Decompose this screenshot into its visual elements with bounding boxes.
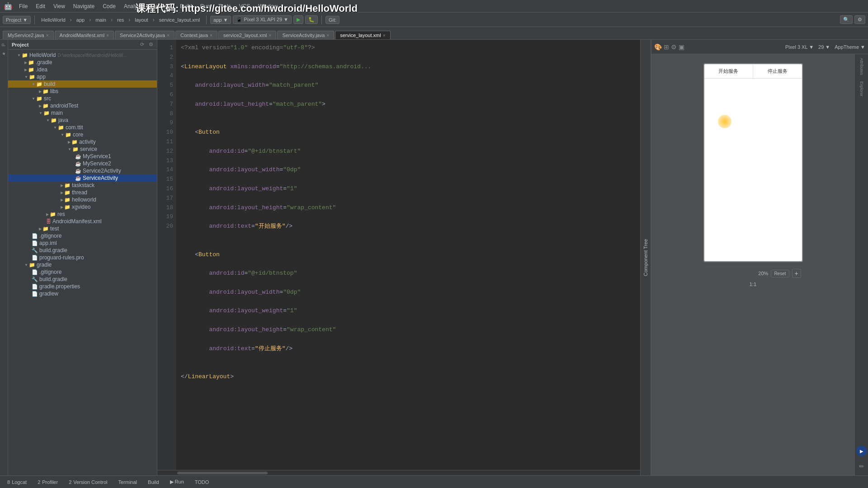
logcat-tab[interactable]: 8 Logcat	[3, 479, 31, 486]
attributes-panel-btn[interactable]: Attributes	[859, 56, 865, 77]
tree-buildgradle[interactable]: 🔧 build.gradle	[8, 247, 157, 254]
tree-gitignore[interactable]: 📄 .gitignore	[8, 232, 157, 239]
breadcrumb-app[interactable]: app	[74, 16, 87, 23]
file-tab-service2activity[interactable]: Service2Activity.java×	[115, 31, 175, 39]
stop-service-button[interactable]: 停止服务	[753, 64, 802, 78]
menu-item-refactor[interactable]: Refactor	[148, 2, 175, 10]
file-tab-servicelayout[interactable]: service_layout.xml×	[335, 31, 390, 39]
tree-gradlew[interactable]: 📄 gradlew	[8, 290, 157, 297]
file-tab-context[interactable]: Context.java×	[175, 31, 217, 39]
tree-idea[interactable]: ▶ 📁 .idea	[8, 66, 157, 73]
search-btn[interactable]: 🔍	[840, 15, 853, 24]
settings-icon[interactable]: ⚙	[149, 42, 153, 47]
sync-icon[interactable]: ⟳	[140, 42, 144, 47]
toolbar-sep-1	[34, 15, 35, 24]
tree-thread[interactable]: ▶ 📁 thread	[8, 189, 157, 196]
menu-item-build[interactable]: Build	[176, 2, 196, 10]
device-selector[interactable]: 📱 Pixel 3 XL API 29 ▼	[233, 15, 292, 24]
tree-res[interactable]: ▶ 📁 res	[8, 211, 157, 218]
tree-serviceactivity[interactable]: ☕ ServiceActivity	[8, 174, 157, 182]
edit-icon[interactable]: ✏	[859, 463, 864, 470]
tree-test[interactable]: ▶ 📁 test	[8, 225, 157, 232]
component-icon[interactable]: ⊞	[664, 43, 669, 51]
menu-item-tools[interactable]: Tools	[215, 2, 235, 10]
tree-proguard[interactable]: 📄 proguard-rules.pro	[8, 254, 157, 261]
menu-item-run[interactable]: Run	[197, 2, 214, 10]
menu-item-window[interactable]: Window	[255, 2, 281, 10]
project-icon[interactable]: P	[1, 43, 6, 47]
tree-xgvideo[interactable]: ▶ 📁 xgvideo	[8, 203, 157, 211]
settings-btn[interactable]: ⚙	[854, 15, 865, 24]
tree-gradle-hidden[interactable]: ▶ 📁 .gradle	[8, 59, 157, 66]
breadcrumb-layout[interactable]: layout	[132, 16, 151, 23]
terminal-tab[interactable]: Terminal	[113, 479, 142, 486]
tree-build[interactable]: ▼ 📁 build	[8, 80, 157, 88]
menu-item-edit[interactable]: Edit	[32, 2, 49, 10]
version-control-tab[interactable]: 2 Version Control	[64, 479, 112, 486]
breadcrumb-helloworld[interactable]: HelloWorld	[38, 16, 68, 23]
debug-button[interactable]: 🐛	[305, 15, 318, 24]
todo-tab[interactable]: TODO	[190, 479, 214, 486]
component-tree-panel: Component Tree	[640, 40, 651, 475]
tree-app[interactable]: ▼ 📁 app	[8, 73, 157, 80]
tree-androidmanifest[interactable]: 🗄 AndroidManifest.xml	[8, 218, 157, 225]
run-tab[interactable]: ▶ Run	[165, 478, 189, 486]
tree-gradle-root[interactable]: ▼ 📁 gradle	[8, 261, 157, 268]
menu-item-code[interactable]: Code	[99, 2, 119, 10]
palette-icon[interactable]: 🎨	[654, 43, 662, 51]
tree-helloworld[interactable]: ▶ 📁 helloworld	[8, 196, 157, 203]
file-tab-serviceactivity[interactable]: ServiceActivity.java×	[277, 31, 334, 39]
scrollbar-thumb[interactable]	[177, 472, 268, 474]
start-service-button[interactable]: 开始服务	[704, 64, 754, 78]
git-icon[interactable]: Git:	[326, 16, 340, 24]
menu-item-navigate[interactable]: Navigate	[70, 2, 98, 10]
run-button[interactable]: ▶	[293, 15, 303, 24]
favorites-icon[interactable]: ★	[2, 51, 6, 56]
build-tab[interactable]: Build	[143, 479, 163, 486]
zoom-reset-button[interactable]: Reset	[771, 270, 789, 277]
file-tab-service2layout[interactable]: service2_layout.xml×	[218, 31, 276, 39]
code-content[interactable]: <?xml version="1.0" encoding="utf-8"?> <…	[175, 40, 640, 470]
menu-item-analyze[interactable]: Analyze	[120, 2, 147, 10]
zoom-plus-button[interactable]: +	[792, 269, 801, 278]
tree-service[interactable]: ▼ 📁 service	[8, 145, 157, 153]
tree-libs[interactable]: ▶ 📁 libs	[8, 88, 157, 95]
layout-icon[interactable]: ▣	[679, 43, 684, 51]
explorer-panel-btn[interactable]: Explorer	[859, 80, 865, 99]
tree-src[interactable]: ▼ 📁 src	[8, 95, 157, 102]
app-run-config[interactable]: app ▼	[210, 16, 231, 24]
tree-androidtest[interactable]: ▶ 📁 androidTest	[8, 102, 157, 109]
tree-root-gitignore[interactable]: 📄 .gitignore	[8, 268, 157, 276]
tree-root[interactable]: ▼ 📁 HelloWorld D:\workspace\ftit\android…	[8, 52, 157, 59]
menu-item-vcs[interactable]: VCS	[236, 2, 254, 10]
play-button[interactable]: ▶	[856, 446, 867, 456]
tree-taskstack[interactable]: ▶ 📁 taskstack	[8, 182, 157, 189]
menu-item-view[interactable]: View	[50, 2, 69, 10]
tree-java[interactable]: ▼ 📁 java	[8, 117, 157, 124]
file-tab-manifest[interactable]: AndroidManifest.xml×	[55, 31, 114, 39]
file-tab-myservice2[interactable]: MyService2.java×	[3, 31, 54, 39]
tree-comttit[interactable]: ▼ 📁 com.ttit	[8, 124, 157, 131]
breadcrumb-main[interactable]: main	[93, 16, 109, 23]
tree-gradle-properties[interactable]: 📄 gradle.properties	[8, 283, 157, 290]
zoom-icon[interactable]: ⚙	[671, 43, 677, 51]
tree-myservice2[interactable]: ☕ MyService2	[8, 160, 157, 167]
tree-activity[interactable]: ▶ 📁 activity	[8, 138, 157, 145]
tree-service2activity[interactable]: ☕ Service2Activity	[8, 167, 157, 174]
menu-item-file[interactable]: File	[15, 2, 31, 10]
tree-appiml[interactable]: 📄 app.iml	[8, 239, 157, 247]
app-logo: 🤖	[4, 2, 13, 10]
project-dropdown[interactable]: Project ▼	[3, 16, 31, 24]
menu-bar: 🤖 File Edit View Navigate Code Analyze R…	[0, 0, 868, 13]
tree-myservice1[interactable]: ☕ MyService1	[8, 153, 157, 160]
tree-root-buildgradle[interactable]: 🔧 build.gradle	[8, 276, 157, 283]
tree-core[interactable]: ▼ 📁 core	[8, 131, 157, 138]
breadcrumb-file[interactable]: service_layout.xml	[156, 16, 203, 23]
profiler-tab[interactable]: 2 Profiler	[33, 479, 62, 486]
horizontal-scrollbar[interactable]	[157, 470, 640, 475]
code-editor[interactable]: 12345 678910 1112131415 1617181920 <?xml…	[157, 40, 640, 470]
zoom-controls: 20% Reset +	[703, 267, 803, 280]
breadcrumb-res[interactable]: res	[114, 16, 127, 23]
theme-label: AppTheme ▼	[835, 44, 865, 50]
tree-main[interactable]: ▼ 📁 main	[8, 109, 157, 117]
